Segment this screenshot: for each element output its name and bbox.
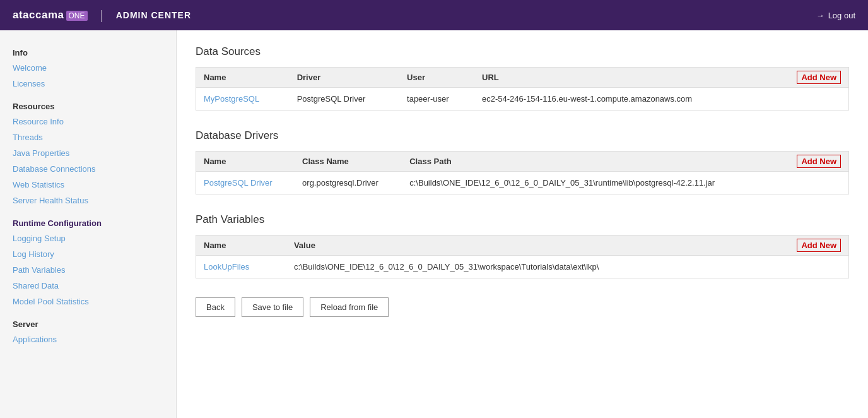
logout-button[interactable]: → Log out [816,11,855,20]
data-sources-table: Name Driver User URL Add New MyPostgreSQ… [196,67,849,110]
sidebar-section-resources: Resources [0,97,176,114]
logo-one: ONE [66,11,88,21]
data-sources-add-new-cell: Add New [771,68,849,88]
admin-center-label: ADMIN CENTER [116,10,191,20]
col-name: Name [196,68,290,88]
col-value: Value [286,236,761,256]
driver-action [779,172,849,194]
datasource-action [771,88,849,110]
sidebar-item-logging-setup[interactable]: Logging Setup [0,230,176,246]
logout-label: Log out [828,11,855,20]
sidebar-item-resource-info[interactable]: Resource Info [0,114,176,129]
sidebar: Info Welcome Licenses Resources Resource… [0,30,177,418]
sidebar-item-shared-data[interactable]: Shared Data [0,278,176,294]
col-user: User [399,68,474,88]
back-button[interactable]: Back [196,297,235,317]
col-name: Name [196,152,295,172]
sidebar-item-log-history[interactable]: Log History [0,246,176,262]
database-drivers-title: Database Drivers [196,129,849,142]
data-sources-add-new-button[interactable]: Add New [797,71,841,84]
datasource-name-link[interactable]: MyPostgreSQL [204,94,259,104]
sidebar-item-licenses[interactable]: Licenses [0,76,176,92]
col-name: Name [196,236,286,256]
datasource-user: tapeer-user [399,88,474,110]
pathvar-value: c:\Builds\ONE_IDE\12_6_0\12_6_0_DAILY_05… [286,256,761,278]
datasource-url: ec2-54-246-154-116.eu-west-1.compute.ama… [474,88,771,110]
drivers-add-new-button[interactable]: Add New [797,155,841,168]
table-row: MyPostgreSQL PostgreSQL Driver tapeer-us… [196,88,849,110]
path-variables-table: Name Value Add New LookUpFiles c:\Builds… [196,235,849,278]
sidebar-item-server-health-status[interactable]: Server Health Status [0,193,176,208]
header-divider: | [100,8,103,23]
col-class-path: Class Path [402,152,779,172]
pathvar-name-link[interactable]: LookUpFiles [204,262,249,272]
table-row: PostgreSQL Driver org.postgresql.Driver … [196,172,849,194]
sidebar-section-runtime: Runtime Configuration [0,213,176,230]
table-row: LookUpFiles c:\Builds\ONE_IDE\12_6_0\12_… [196,256,849,278]
sidebar-item-web-statistics[interactable]: Web Statistics [0,177,176,193]
header: ataccama ONE | ADMIN CENTER → Log out [0,0,868,30]
sidebar-section-info: Info [0,43,176,60]
driver-name-link[interactable]: PostgreSQL Driver [204,178,273,188]
pathvar-action [761,256,849,278]
col-url: URL [474,68,771,88]
logo-ataccama: ataccama [13,9,64,21]
col-class-name: Class Name [295,152,402,172]
data-sources-title: Data Sources [196,45,849,58]
sidebar-item-threads[interactable]: Threads [0,129,176,145]
sidebar-item-applications[interactable]: Applications [0,331,176,347]
action-buttons: Back Save to file Reload from file [196,297,849,317]
path-vars-add-new-cell: Add New [761,236,849,256]
driver-class-name: org.postgresql.Driver [295,172,402,194]
driver-class-path: c:\Builds\ONE_IDE\12_6_0\12_6_0_DAILY_05… [402,172,779,194]
col-driver: Driver [290,68,399,88]
drivers-add-new-cell: Add New [779,152,849,172]
path-vars-add-new-button[interactable]: Add New [797,239,841,252]
header-left: ataccama ONE | ADMIN CENTER [13,8,191,23]
sidebar-section-server: Server [0,314,176,331]
sidebar-item-welcome[interactable]: Welcome [0,60,176,76]
layout: Info Welcome Licenses Resources Resource… [0,30,868,418]
sidebar-item-model-pool-statistics[interactable]: Model Pool Statistics [0,294,176,309]
save-to-file-button[interactable]: Save to file [242,297,303,317]
datasource-driver: PostgreSQL Driver [290,88,399,110]
sidebar-item-java-properties[interactable]: Java Properties [0,145,176,161]
path-variables-title: Path Variables [196,213,849,226]
main-content: Data Sources Name Driver User URL Add Ne… [177,30,868,418]
logo: ataccama ONE [13,9,88,21]
reload-from-file-button[interactable]: Reload from file [310,297,389,317]
sidebar-item-path-variables[interactable]: Path Variables [0,262,176,278]
logout-icon: → [816,11,824,20]
sidebar-item-database-connections[interactable]: Database Connections [0,161,176,177]
database-drivers-table: Name Class Name Class Path Add New Postg… [196,151,849,194]
